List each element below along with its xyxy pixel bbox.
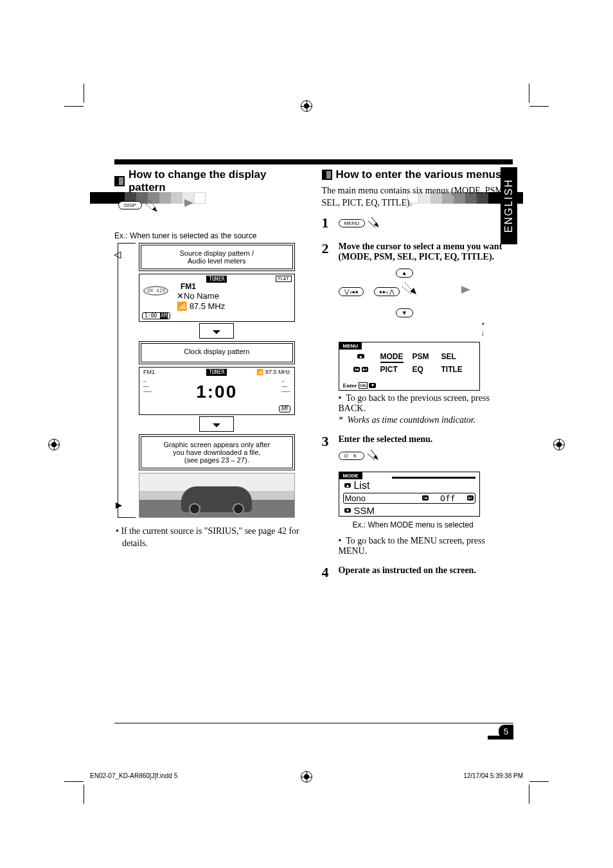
section-title: How to enter the various menus bbox=[336, 168, 502, 181]
press-arrow-icon bbox=[402, 280, 454, 303]
section-title: How to change the display pattern bbox=[129, 168, 306, 194]
crop-marks-top bbox=[0, 93, 613, 119]
step-number-4: 4 bbox=[322, 565, 333, 580]
next-track-button: ▸▸ı ⋀ bbox=[374, 287, 400, 296]
mode-screen: MODE ▲List Mono ı◂ Off ▸ı ▼SSM bbox=[339, 472, 480, 517]
step-3-heading: Enter the selected menu. bbox=[339, 434, 514, 445]
intro-text: The main menu contains six menus (MODE, … bbox=[322, 185, 514, 209]
sirius-note: • If the current source is "SIRIUS," see… bbox=[114, 526, 306, 550]
footer-rule bbox=[114, 723, 513, 723]
top-rule bbox=[114, 159, 513, 164]
prev-icon: ı◂ bbox=[422, 495, 429, 500]
step-number-1: 1 bbox=[322, 216, 333, 235]
caption-box-2: Clock display pattern bbox=[139, 341, 295, 364]
mode-example-caption: Ex.: When MODE menu is selected bbox=[353, 520, 514, 529]
press-arrow-icon bbox=[367, 448, 393, 468]
registration-mark-icon bbox=[553, 439, 565, 450]
down-icon: ▼ bbox=[369, 383, 376, 388]
language-tab: ENGLISH bbox=[501, 167, 517, 244]
ok-button: O K bbox=[339, 452, 365, 460]
step-4-heading: Operate as instructed on the screen. bbox=[339, 565, 514, 576]
next-icon: ▸ı bbox=[362, 367, 368, 372]
down-arrow-button: ▼ bbox=[396, 308, 413, 317]
registration-mark-icon bbox=[301, 100, 312, 112]
section-header-icon bbox=[322, 170, 332, 180]
registration-mark-icon bbox=[48, 439, 60, 450]
menu-button: MENU bbox=[339, 219, 366, 227]
svg-marker-2 bbox=[152, 207, 157, 212]
lcd-clock-display: FM1 TUNER 📶 87.5 MHz 1:00 ━━━━━━ ━━━━━━ … bbox=[139, 367, 295, 415]
up-icon: ▲ bbox=[344, 483, 351, 488]
svg-line-6 bbox=[368, 221, 375, 227]
svg-line-12 bbox=[368, 454, 375, 460]
graphic-screen-preview bbox=[139, 473, 295, 518]
on-air-icon: ON AIR bbox=[143, 286, 168, 296]
up-arrow-button: ▲ bbox=[396, 269, 413, 278]
caption-box-1: Source display pattern / Audio level met… bbox=[139, 243, 295, 271]
flow-arrow-down bbox=[199, 323, 234, 339]
menu-back-note: • To go back to the MENU screen, press M… bbox=[339, 536, 514, 556]
arrow-right-icon bbox=[184, 199, 193, 207]
press-arrow-icon bbox=[368, 216, 393, 235]
svg-line-1 bbox=[146, 204, 154, 211]
crop-marks-bottom bbox=[0, 768, 613, 794]
disp-button: DISP bbox=[118, 201, 142, 209]
arrow-right-icon bbox=[461, 286, 470, 294]
lcd-source-display: TUNER FLAT ON AIR FM1 ✕No Name 📶 87.5 MH… bbox=[139, 274, 295, 322]
prev-icon: ı◂ bbox=[353, 367, 360, 372]
section-header-icon bbox=[114, 176, 125, 186]
prev-track-button: ⋁ ı◂◂ bbox=[339, 287, 364, 296]
page-number: 5 bbox=[499, 725, 513, 738]
countdown-note: * Works as time countdown indicator. bbox=[339, 415, 514, 425]
up-icon: ▲ bbox=[357, 354, 364, 359]
example-caption: Ex.: When tuner is selected as the sourc… bbox=[114, 231, 306, 240]
svg-line-0 bbox=[150, 200, 156, 208]
step-number-2: 2 bbox=[322, 242, 333, 428]
back-note: • To go back to the previous screen, pre… bbox=[339, 393, 514, 414]
step-2-heading: Move the cursor to select a menu you wan… bbox=[339, 242, 514, 262]
caption-box-3: Graphic screen appears only after you ha… bbox=[139, 434, 295, 470]
flow-arrow-down bbox=[199, 416, 234, 432]
menu-screen: MENU ▲ MODE PSM SEL ı◂ ▸ı PICT EQ TITLE … bbox=[339, 342, 480, 391]
down-icon: ▼ bbox=[344, 508, 351, 513]
press-arrow-icon bbox=[145, 199, 177, 222]
next-icon: ▸ı bbox=[467, 495, 474, 500]
svg-line-9 bbox=[402, 287, 411, 294]
step-number-3: 3 bbox=[322, 434, 333, 559]
